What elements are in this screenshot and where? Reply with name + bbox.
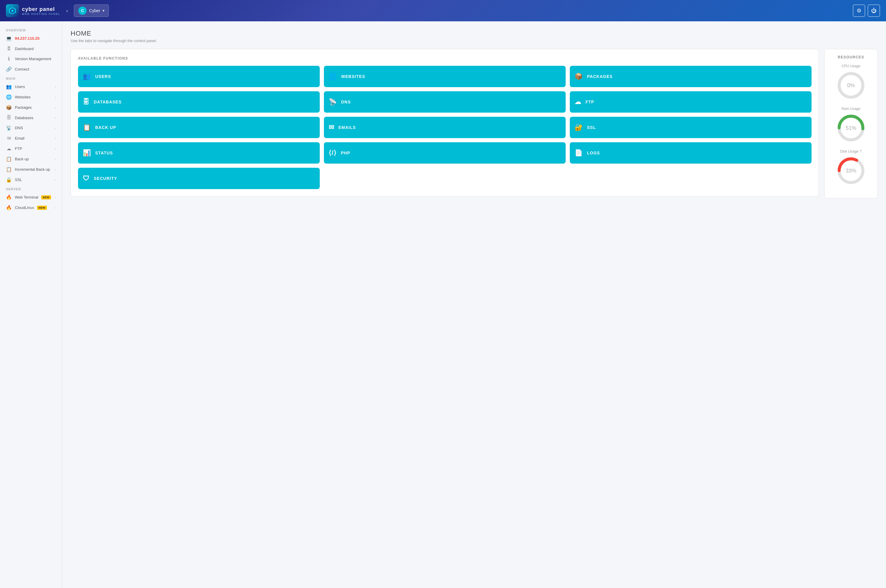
sidebar: OVERVIEW💻94.237.110.25🎛DashboardℹVersion… (0, 21, 62, 588)
sidebar-item-email[interactable]: ✉Email› (0, 133, 62, 144)
chevron-right-icon-incremental-backup: › (55, 168, 56, 171)
sidebar-item-left-packages: 📦Packages (6, 105, 32, 110)
power-button[interactable]: ⏻ (868, 4, 880, 17)
sidebar-item-ssl[interactable]: 🔒SSL› (0, 175, 62, 185)
users-func-icon: 👥 (83, 73, 91, 80)
php-func-icon: ⟨/⟩ (329, 149, 337, 157)
donut-disk: 33% (836, 156, 866, 186)
sidebar-label-websites: Websites (15, 95, 30, 99)
function-label-logs: LOGS (587, 150, 600, 155)
packages-icon: 📦 (6, 105, 12, 110)
web-terminal-icon: 🔥 (6, 194, 12, 200)
function-button-dns[interactable]: 📡DNS (324, 91, 566, 112)
function-button-ssl[interactable]: 🔐SSL (570, 117, 812, 138)
incremental-backup-icon: 📋 (6, 166, 12, 172)
function-label-ftp: FTP (585, 100, 594, 104)
sidebar-item-incremental-backup[interactable]: 📋Incremental Back up› (0, 164, 62, 175)
donut-ram: 51% (836, 113, 866, 143)
databases-func-icon: 🗄 (83, 98, 90, 106)
function-button-ftp[interactable]: ☁FTP (570, 91, 812, 112)
functions-grid: 👥USERS🌐WEBSITES📦PACKAGES🗄DATABASES📡DNS☁F… (78, 66, 812, 189)
chevron-right-icon-dns: › (55, 126, 56, 130)
function-label-databases: DATABASES (94, 100, 122, 104)
sidebar-item-left-incremental-backup: 📋Incremental Back up (6, 166, 50, 172)
websites-icon: 🌐 (6, 94, 12, 100)
sidebar-item-left-cloudlinux: 🔥CloudLinuxNEW (6, 205, 47, 210)
function-button-databases[interactable]: 🗄DATABASES (78, 91, 320, 112)
sidebar-label-dns: DNS (15, 126, 23, 130)
sidebar-item-web-terminal[interactable]: 🔥Web TerminalNEW› (0, 192, 62, 202)
chevron-right-icon-websites: › (55, 95, 56, 99)
sidebar-item-left-connect: 🔗Connect (6, 66, 29, 72)
sidebar-section-server: SERVER (0, 185, 62, 192)
page-subtitle: Use the tabs to navigate through the con… (71, 39, 878, 43)
sidebar-item-packages[interactable]: 📦Packages› (0, 102, 62, 112)
panels-col: AVAILABLE FUNCTIONS 👥USERS🌐WEBSITES📦PACK… (71, 43, 819, 196)
chevron-right-icon-ssl: › (55, 178, 56, 182)
sidebar-section-overview: OVERVIEW (0, 26, 62, 33)
sidebar-label-users: Users (15, 84, 25, 89)
function-button-security[interactable]: 🛡SECURITY (78, 168, 320, 189)
sidebar-item-left-databases: 🗄Databases (6, 115, 33, 120)
ftp-func-icon: ☁ (575, 98, 581, 106)
sidebar-section-main: MAIN (0, 74, 62, 81)
sidebar-item-version-management[interactable]: ℹVersion Management (0, 54, 62, 64)
sidebar-label-connect: Connect (15, 67, 29, 71)
cloudlinux-icon: 🔥 (6, 205, 12, 210)
function-button-websites[interactable]: 🌐WEBSITES (324, 66, 566, 87)
function-label-emails: EMAILS (338, 125, 356, 130)
function-button-users[interactable]: 👥USERS (78, 66, 320, 87)
dns-func-icon: 📡 (329, 98, 337, 106)
ssl-func-icon: 🔐 (575, 124, 583, 131)
sidebar-label-cloudlinux: CloudLinux (15, 206, 34, 210)
function-button-logs[interactable]: 📄LOGS (570, 142, 812, 164)
chevron-down-icon: ▾ (102, 9, 104, 13)
sidebar-label-web-terminal: Web Terminal (15, 195, 38, 200)
resource-cpu: CPU Usage 0% (829, 64, 872, 100)
resources-panel: RESOURCES CPU Usage 0%Ram Usage 51%Disk … (824, 49, 878, 198)
sidebar-label-incremental-backup: Incremental Back up (15, 167, 50, 172)
sidebar-item-databases[interactable]: 🗄Databases› (0, 112, 62, 123)
resource-label-disk: Disk Usage '/' (829, 149, 872, 153)
sidebar-item-dns[interactable]: 📡DNS› (0, 123, 62, 133)
ip-icon: 💻 (6, 36, 12, 41)
logs-func-icon: 📄 (575, 149, 583, 157)
sidebar-item-websites[interactable]: 🌐Websites› (0, 92, 62, 102)
badge-new-web-terminal: NEW (41, 195, 51, 200)
settings-button[interactable]: ⚙ (853, 4, 865, 17)
sidebar-item-left-users: 👥Users (6, 84, 25, 90)
sidebar-item-ip[interactable]: 💻94.237.110.25 (0, 33, 62, 44)
sidebar-item-left-websites: 🌐Websites (6, 94, 30, 100)
collapse-sidebar-button[interactable]: ‹ (64, 6, 70, 15)
dns-icon: 📡 (6, 125, 12, 131)
sidebar-item-connect[interactable]: 🔗Connect (0, 64, 62, 74)
backup-icon: 📋 (6, 156, 12, 162)
sidebar-item-left-ftp: ☁FTP (6, 146, 22, 152)
sidebar-item-users[interactable]: 👥Users› (0, 81, 62, 92)
donut-pct-ram: 51% (846, 125, 856, 131)
main-content-row: AVAILABLE FUNCTIONS 👥USERS🌐WEBSITES📦PACK… (71, 43, 878, 198)
function-label-php: PHP (341, 150, 350, 155)
function-button-php[interactable]: ⟨/⟩PHP (324, 142, 566, 164)
page-title: HOME (71, 30, 878, 38)
body: OVERVIEW💻94.237.110.25🎛DashboardℹVersion… (0, 21, 886, 588)
sidebar-item-left-version-management: ℹVersion Management (6, 56, 51, 62)
chevron-right-icon-backup: › (55, 158, 56, 161)
sidebar-item-ftp[interactable]: ☁FTP› (0, 144, 62, 154)
function-button-status[interactable]: 📊STATUS (78, 142, 320, 164)
chevron-right-icon-web-terminal: › (55, 196, 56, 199)
user-dropdown[interactable]: C Cyber ▾ (74, 4, 108, 17)
sidebar-label-dashboard: Dashboard (15, 46, 34, 51)
sidebar-item-cloudlinux[interactable]: 🔥CloudLinuxNEW› (0, 202, 62, 213)
main-content: HOME Use the tabs to navigate through th… (62, 21, 886, 588)
function-label-ssl: SSL (587, 125, 596, 130)
sidebar-item-backup[interactable]: 📋Back up› (0, 154, 62, 164)
function-button-emails[interactable]: ✉EMAILS (324, 117, 566, 138)
function-button-backup[interactable]: 📋BACK UP (78, 117, 320, 138)
sidebar-item-left-ssl: 🔒SSL (6, 177, 22, 183)
emails-func-icon: ✉ (329, 124, 334, 131)
function-button-packages[interactable]: 📦PACKAGES (570, 66, 812, 87)
logo-text: cyber panel WEB HOSTING PANEL (22, 6, 60, 15)
logo-icon (6, 4, 19, 17)
sidebar-item-dashboard[interactable]: 🎛Dashboard (0, 44, 62, 54)
